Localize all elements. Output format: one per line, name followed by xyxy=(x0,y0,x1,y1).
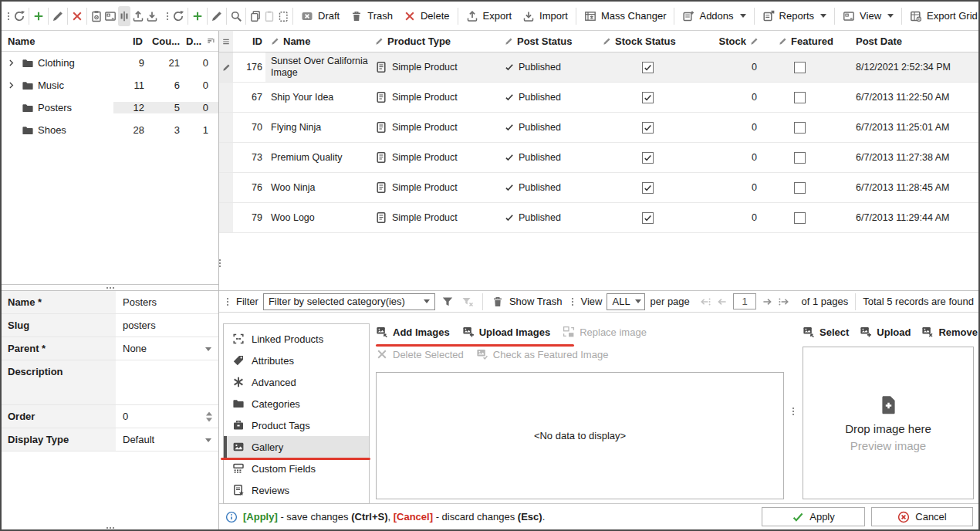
col-name[interactable]: Name xyxy=(265,36,370,47)
page-number-input[interactable]: 1 xyxy=(733,293,757,309)
chevron-down-icon[interactable] xyxy=(205,438,211,442)
col-stock-status[interactable]: Stock Status xyxy=(597,36,698,47)
paste-special-button[interactable] xyxy=(277,6,289,26)
refresh-products-button[interactable] xyxy=(172,6,184,26)
stock-status-checkbox[interactable] xyxy=(642,212,654,224)
delete-category-button[interactable] xyxy=(71,6,83,26)
table-row[interactable]: 67 Ship Your Idea Simple Product Publish… xyxy=(219,83,978,113)
cancel-button[interactable]: Cancel xyxy=(871,507,973,526)
split-view-button[interactable] xyxy=(118,6,130,26)
parent-dropdown[interactable]: None xyxy=(116,337,218,360)
copy-button[interactable] xyxy=(249,6,262,26)
tab-categories[interactable]: Categories xyxy=(224,393,369,414)
show-trash-button[interactable]: Show Trash xyxy=(490,294,564,309)
featured-checkbox[interactable] xyxy=(794,122,806,134)
tab-reviews[interactable]: Reviews xyxy=(224,479,369,501)
stock-status-checkbox[interactable] xyxy=(642,62,654,73)
apply-filter-icon[interactable] xyxy=(440,293,455,310)
stock-status-checkbox[interactable] xyxy=(642,122,654,134)
tab-advanced[interactable]: Advanced xyxy=(224,371,369,393)
mass-changer-button[interactable]: Mass Changer xyxy=(579,7,672,25)
remove-image-button[interactable]: Remove xyxy=(921,326,978,338)
stepper-arrows[interactable] xyxy=(206,411,212,421)
view-dropdown[interactable]: View xyxy=(837,7,899,25)
last-page-button[interactable] xyxy=(778,296,790,308)
draft-button[interactable]: Draft xyxy=(296,7,345,25)
import-button[interactable]: Import xyxy=(517,7,573,25)
search-button[interactable] xyxy=(230,6,242,26)
col-product-type[interactable]: Product Type xyxy=(370,36,499,47)
tab-custom-fields[interactable]: Custom Fields xyxy=(224,458,369,479)
col-featured[interactable]: Featured xyxy=(763,36,836,47)
tree-col-id[interactable]: ID xyxy=(112,36,149,47)
tab-attributes[interactable]: Attributes xyxy=(224,350,369,371)
addons-dropdown[interactable]: Addons xyxy=(677,7,751,25)
apply-button[interactable]: Apply xyxy=(762,507,865,526)
per-page-dropdown[interactable]: ALL xyxy=(607,293,645,310)
tree-row-music[interactable]: Music 11 6 0 xyxy=(2,74,218,96)
add-images-button[interactable]: Add Images xyxy=(376,326,450,338)
tree-col-count[interactable]: Cou... xyxy=(149,36,186,47)
tab-linked-products[interactable]: Linked Products xyxy=(224,328,369,350)
tree-col-name[interactable]: Name xyxy=(2,36,112,47)
add-category-button[interactable] xyxy=(32,6,45,26)
col-id[interactable]: ID xyxy=(233,36,265,47)
reports-dropdown[interactable]: Reports xyxy=(757,7,833,25)
next-page-button[interactable] xyxy=(761,296,773,308)
filterbar-grip[interactable] xyxy=(569,298,576,306)
step-down-icon[interactable] xyxy=(206,418,212,421)
image-settings-button[interactable] xyxy=(104,6,117,26)
edit-product-button[interactable] xyxy=(211,6,223,26)
toolbar-grip[interactable] xyxy=(5,12,12,20)
import-categories-button[interactable] xyxy=(146,6,158,26)
tab-gallery[interactable]: Gallery xyxy=(224,436,369,458)
col-stock[interactable]: Stock xyxy=(698,36,763,47)
upload-image-button[interactable]: Upload xyxy=(860,326,911,338)
expand-chevron-icon[interactable] xyxy=(7,80,18,91)
gallery-preview-splitter[interactable] xyxy=(790,323,796,499)
stock-status-checkbox[interactable] xyxy=(642,182,654,194)
table-row[interactable]: 79 Woo Logo Simple Product Published 0 6… xyxy=(219,203,978,233)
name-field[interactable]: Posters xyxy=(116,291,218,313)
chevron-down-icon[interactable] xyxy=(205,347,211,351)
delete-button[interactable]: Delete xyxy=(398,7,455,25)
table-row[interactable]: 73 Premium Quality Simple Product Publis… xyxy=(219,143,978,173)
bottom-splitter-grip[interactable] xyxy=(106,527,114,529)
featured-checkbox[interactable] xyxy=(794,212,806,224)
filterbar-grip[interactable] xyxy=(224,298,231,306)
stock-status-checkbox[interactable] xyxy=(642,92,654,103)
export-button[interactable]: Export xyxy=(461,7,518,25)
filter-category-dropdown[interactable]: Filter by selected category(ies) xyxy=(263,293,436,310)
toolbar-grip[interactable] xyxy=(164,12,171,20)
featured-checkbox[interactable] xyxy=(794,92,806,103)
sort-icon[interactable] xyxy=(206,36,218,46)
clipboard-preview-button[interactable] xyxy=(90,6,103,26)
left-panel-splitter[interactable] xyxy=(2,284,218,291)
tab-product-tags[interactable]: Product Tags xyxy=(224,414,369,436)
tree-row-posters[interactable]: Posters 12 5 0 xyxy=(2,96,218,119)
featured-checkbox[interactable] xyxy=(794,152,806,164)
row-menu-icon[interactable] xyxy=(219,31,233,52)
tree-row-clothing[interactable]: Clothing 9 21 0 xyxy=(2,52,218,74)
export-grid-dropdown[interactable]: Export Grid xyxy=(904,7,980,25)
col-post-date[interactable]: Post Date xyxy=(836,36,978,47)
refresh-categories-button[interactable] xyxy=(13,6,25,26)
upload-images-button[interactable]: Upload Images xyxy=(462,326,550,338)
order-stepper[interactable]: 0 xyxy=(116,405,218,428)
featured-checkbox[interactable] xyxy=(794,62,806,73)
description-field[interactable] xyxy=(116,360,218,404)
slug-field[interactable]: posters xyxy=(116,314,218,337)
step-up-icon[interactable] xyxy=(206,411,212,415)
select-image-button[interactable]: Select xyxy=(803,326,849,338)
add-product-button[interactable] xyxy=(191,6,204,26)
table-row[interactable]: 176 Sunset Over California Image Simple … xyxy=(219,52,978,83)
featured-checkbox[interactable] xyxy=(794,182,806,194)
col-post-status[interactable]: Post Status xyxy=(499,36,597,47)
expand-chevron-icon[interactable] xyxy=(7,58,18,69)
tree-col-d[interactable]: D... xyxy=(186,36,206,47)
stock-status-checkbox[interactable] xyxy=(642,152,654,164)
export-categories-button[interactable] xyxy=(132,6,144,26)
table-row[interactable]: 76 Woo Ninja Simple Product Published 0 … xyxy=(219,173,978,203)
image-drop-zone[interactable]: Drop image here Preview image xyxy=(803,347,974,499)
tree-row-shoes[interactable]: Shoes 28 3 1 xyxy=(2,119,218,141)
